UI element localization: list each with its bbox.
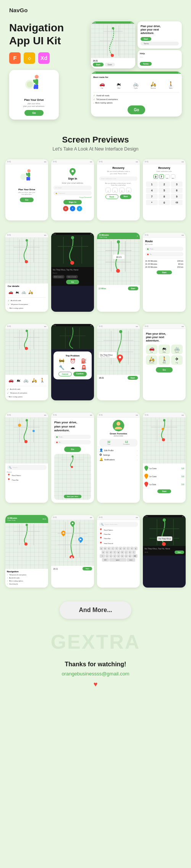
code-empty-2[interactable]: _ [171,174,175,179]
start-btn-multipin[interactable]: Start [83,567,92,570]
break-btn[interactable]: Take a break [66,275,78,279]
key-a[interactable]: a [102,551,105,554]
start-plan-btn[interactable]: Start your drive [64,495,81,498]
back-btn-recovery1[interactable]: Back [105,194,118,199]
code-box-2[interactable]: _ [112,188,118,193]
key-n[interactable]: n [125,554,128,558]
key-m[interactable]: m [128,554,132,558]
sign-in-btn[interactable]: Sign In [63,200,82,204]
start-btn-marker[interactable]: Start [128,376,138,380]
confirm-trip-btn[interactable]: Confirm [73,372,87,376]
key-u[interactable]: u [123,547,126,550]
key-w[interactable]: w [104,547,107,550]
email-input-field[interactable]: ✉ Email [53,186,92,190]
key-4[interactable]: 4 [146,188,158,193]
search-result-4[interactable]: 📍 Head Ground [99,542,138,545]
nav-item-4[interactable]: ✓ Good travels [7,583,47,585]
key-1[interactable]: 1 [146,181,158,187]
go-btn-sm1[interactable]: Go [20,198,34,202]
plan-to-field[interactable]: To... [54,440,91,444]
facebook-btn[interactable]: f [70,206,75,211]
plan-go-btn[interactable]: Go [64,447,81,452]
key-y[interactable]: y [119,547,122,550]
key-e[interactable]: e [107,547,111,550]
go-btn-dark[interactable]: Go [66,280,79,284]
go-btn-adventure[interactable]: Go [156,367,173,372]
code-box-3[interactable]: _ [119,188,125,193]
key-c[interactable]: c [113,554,117,558]
key-l[interactable]: l [132,551,136,554]
code-box-1[interactable]: _ [105,188,111,193]
search-result-1[interactable]: 📍 Recul Station [99,528,138,532]
search-field[interactable]: 🔍 Search... [7,465,47,470]
key-d[interactable]: d [109,551,113,554]
go-button-route[interactable]: Go [128,105,145,114]
plan-from-field[interactable]: From... [54,435,91,439]
key-return[interactable]: return [127,558,135,562]
key-p[interactable]: p [134,547,138,550]
password-input-field[interactable]: 🔒 Password [53,191,92,195]
key-v[interactable]: v [117,554,120,558]
key-k[interactable]: k [128,551,132,554]
key-s[interactable]: s [105,551,109,554]
start-stops-btn[interactable]: Start [157,489,171,493]
key-f[interactable]: f [113,551,117,554]
profile-menu-3[interactable]: 🔔 Notifications › [99,458,138,461]
and-more-button[interactable]: And More... [60,601,131,619]
key-space[interactable]: space [109,558,126,562]
key-3[interactable]: 3 [171,181,183,187]
profile-menu-2[interactable]: ⚙ Settings › [99,453,138,457]
nav-item-1[interactable]: ✓ Toll passes & exemptions [7,574,47,576]
route-from-field[interactable]: From... [145,247,183,251]
key-shift[interactable]: ⇧ [100,554,105,558]
go-button-hero[interactable]: Go [24,110,44,116]
code-box-4[interactable]: _ [126,188,131,193]
key-r[interactable]: r [111,547,115,550]
start-btn-route[interactable]: Start [157,270,172,274]
key-o[interactable]: o [130,547,134,550]
search-input-kb[interactable]: 🔍 Search destination... [99,522,138,527]
code-input-1[interactable]: Enter verification code [99,177,138,181]
key-8[interactable]: 8 [159,194,170,199]
google-btn[interactable]: G [63,206,68,211]
key-del[interactable]: ⌫ [171,200,183,205]
nav-item-3[interactable]: ✓ More routing options [7,580,47,582]
code-empty-1[interactable]: _ [165,174,170,179]
key-2[interactable]: 2 [159,181,170,187]
start-dark-btn[interactable]: Start [175,551,184,554]
key-0[interactable]: 0 [159,200,170,205]
key-h[interactable]: h [121,551,124,554]
key-7[interactable]: 7 [146,194,158,199]
key-i[interactable]: i [126,547,130,550]
key-backspace[interactable]: ⌫ [132,554,138,558]
key-123[interactable]: 123 [102,558,109,562]
key-star[interactable]: * [146,200,158,205]
twitter-btn[interactable]: t [77,206,82,211]
start-btn-pham[interactable]: Start [128,287,138,290]
save-btn-pill[interactable]: Save [105,63,115,66]
start-pill-card[interactable]: Start [141,37,151,41]
search-result-2[interactable]: 📍 Piano Bar [99,533,138,536]
duration-btn[interactable]: Add duration [53,275,65,279]
footer-email-text[interactable]: orangebusinessss@gmail.com [9,671,182,677]
route-to-field[interactable]: To... [145,252,183,256]
forgot-link[interactable]: Forgot Password? [53,196,92,198]
key-g[interactable]: g [117,551,120,554]
key-b[interactable]: b [121,554,124,558]
profile-menu-1[interactable]: 👤 Edit Profile › [99,449,138,452]
code-filled-2[interactable]: 7 [159,174,164,179]
key-z[interactable]: z [105,554,109,558]
key-9[interactable]: 9 [171,194,183,199]
key-q[interactable]: q [100,547,103,550]
key-x[interactable]: x [109,554,113,558]
code-filled-1[interactable]: 3 [154,174,158,179]
cancel-trip-btn[interactable]: Cancel [58,372,71,376]
next-btn-recovery1[interactable]: Next [120,194,132,199]
nav-item-2[interactable]: ✓ Avoid toll roads [7,577,47,579]
key-5[interactable]: 5 [159,188,170,193]
search-result-3[interactable]: 📍 Place Bar [99,537,138,540]
start-btn-pill[interactable]: Start [93,63,103,66]
key-t[interactable]: t [115,547,118,550]
key-6[interactable]: 6 [171,188,183,193]
key-j[interactable]: j [125,551,128,554]
